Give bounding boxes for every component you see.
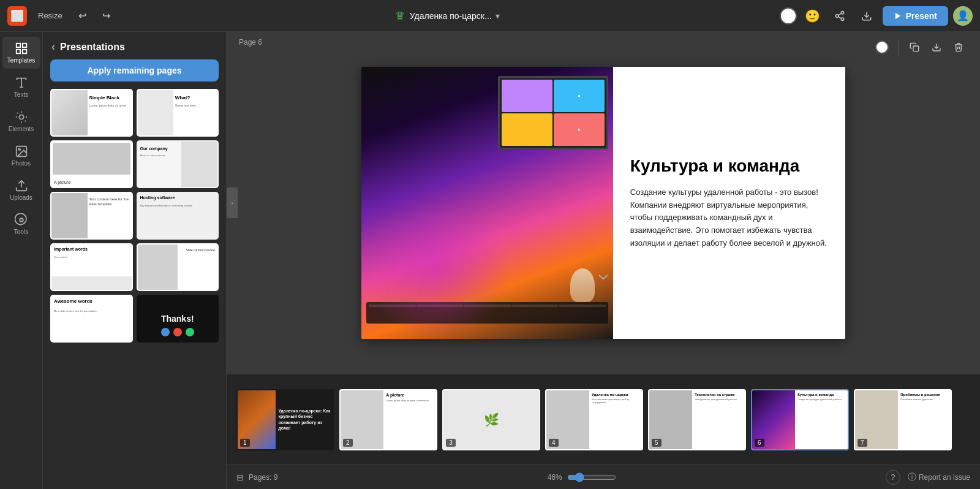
slide-number-5: 5 [652,439,662,447]
slide-number-6: 6 [755,439,764,447]
slide-image-area: ● ● [361,67,613,339]
page-label: Page 6 [239,38,262,47]
zoom-percent: 46% [548,473,562,482]
topbar-center: ♛ Удаленка по-царск... ▾ [121,9,774,23]
filmstrip-slide-3[interactable]: 🌿 3 [442,389,540,450]
present-label: Present [906,11,937,21]
template-item-8[interactable]: Slide content preview [137,243,219,291]
filmstrip: Удаленка по-царски: Как крупный бизнес о… [227,374,980,464]
help-button[interactable]: ? [886,470,900,485]
sidebar-item-label: Tools [14,229,28,235]
svg-marker-6 [895,12,900,19]
slide-number-3: 3 [446,439,456,447]
slide-color-btn[interactable] [875,40,889,54]
filmstrip-slide-4[interactable]: Удаленка по-царски Как компании организу… [545,389,643,450]
filmstrip-slide-2[interactable]: A picture Lorem ipsum dolor sit amet con… [339,389,437,450]
slide-number-1: 1 [240,439,250,447]
topbar-right: 🙂 Present 👤 [780,5,973,27]
template-item-7[interactable]: Important words Text content [50,243,133,291]
svg-point-23 [20,218,23,222]
main-area: Templates Texts Elements Photos Uploads … [0,32,980,489]
svg-rect-24 [913,46,919,51]
doc-title[interactable]: Удаленка по-царск... ▾ [410,11,500,21]
sidebar-item-label: Uploads [10,194,32,201]
download-button[interactable] [856,5,878,27]
svg-rect-8 [22,44,26,47]
sidebar-icons: Templates Texts Elements Photos Uploads … [0,32,43,489]
share-button[interactable] [829,5,851,27]
color-picker-button[interactable] [780,7,797,25]
sidebar-item-uploads[interactable]: Uploads [2,174,40,206]
bottombar: ⊟ Pages: 9 46% ? ⓘ Report an issue [227,464,980,489]
report-icon: ⓘ [908,472,916,483]
app-logo: ⬜ [7,6,27,26]
sidebar-item-label: Texts [14,91,28,98]
slide-canvas[interactable]: ● ● [361,67,845,339]
sidebar-item-tools[interactable]: Tools [2,208,40,240]
slide-number-4: 4 [549,439,559,447]
canvas-wrapper: Page 6 [227,32,980,374]
zoom-area: 46% [548,472,616,482]
filmstrip-slide-1[interactable]: Удаленка по-царски: Как крупный бизнес о… [236,389,334,450]
sidebar-item-photos[interactable]: Photos [2,140,40,172]
template-item-1[interactable]: Simple Black Lorem ipsum dolor sit amet [50,89,133,137]
duplicate-slide-button[interactable] [905,38,924,56]
pages-count: Pages: 9 [249,473,277,482]
help-icons: ? ⓘ Report an issue [886,470,970,485]
zoom-slider[interactable] [567,472,616,482]
topbar: ⬜ Resize ↩ ↪ ♛ Удаленка по-царск... ▾ 🙂 … [0,0,980,32]
sidebar-item-elements[interactable]: Elements [2,105,40,137]
crown-icon: ♛ [395,9,405,23]
svg-point-2 [841,18,844,21]
pages-icon: ⊟ [236,472,244,482]
slide-number-7: 7 [858,439,867,447]
filmstrip-slide-6[interactable]: Культура и команда Создание культуры уда… [751,389,849,450]
svg-rect-10 [22,50,26,53]
slide-title: Культура и команда [630,156,828,176]
user-avatar[interactable]: 👤 [953,6,973,26]
redo-button[interactable]: ↪ [97,6,115,25]
sidebar-item-label: Templates [7,57,36,64]
template-item-3[interactable]: A picture [50,140,133,188]
filmstrip-slide-7[interactable]: Проблемы и решения Основные вызовы удале… [854,389,952,450]
svg-point-21 [18,148,20,150]
filmstrip-slide-5[interactable]: Технологии на страже Инструменты для уда… [648,389,746,450]
present-button[interactable]: Present [883,6,948,26]
panel-title: Presentations [60,42,125,53]
template-item-6[interactable]: Hosting software Key features and benefi… [137,192,219,240]
templates-panel: ‹ Presentations Apply remaining pages Si… [43,32,227,489]
template-item-9[interactable]: Awesome words More slide content here fo… [50,295,133,343]
template-item-10[interactable]: Thanks! [137,295,219,343]
panel-header: ‹ Presentations [43,32,226,59]
filmstrip-scroll[interactable]: Удаленка по-царски: Как крупный бизнес о… [227,374,980,464]
sidebar-item-label: Photos [12,160,31,167]
svg-point-0 [841,11,844,14]
slide-number-2: 2 [343,439,353,447]
template-item-4[interactable]: Our company About us and our team [137,140,219,188]
apply-remaining-button[interactable]: Apply remaining pages [50,59,219,82]
svg-line-3 [838,17,841,18]
back-button[interactable]: ‹ [51,40,55,53]
svg-line-4 [838,13,841,15]
svg-rect-7 [16,44,20,47]
sidebar-item-texts[interactable]: Texts [2,71,40,103]
canvas-controls [875,38,968,56]
report-issue-link[interactable]: ⓘ Report an issue [908,472,970,483]
svg-point-1 [835,14,839,17]
delete-slide-button[interactable] [949,38,968,56]
smiley-button[interactable]: 🙂 [802,5,824,27]
export-slide-button[interactable] [927,38,946,56]
divider [899,40,899,55]
doc-title-text: Удаленка по-царск... [410,11,492,21]
undo-button[interactable]: ↩ [74,6,91,25]
canvas-area: Page 6 [227,32,980,374]
template-item-2[interactable]: What? Some text here [137,89,219,137]
sidebar-item-templates[interactable]: Templates [2,37,40,69]
template-item-5[interactable]: Text content here for the slide template [50,192,133,240]
svg-line-17 [24,121,25,121]
chevron-down-icon: ▾ [496,11,500,21]
slide-text-area: Культура и команда Создание культуры уда… [613,67,845,339]
filmstrip-collapse-button[interactable] [595,270,612,283]
resize-button[interactable]: Resize [33,7,67,24]
panel-collapse-button[interactable]: › [227,188,238,218]
